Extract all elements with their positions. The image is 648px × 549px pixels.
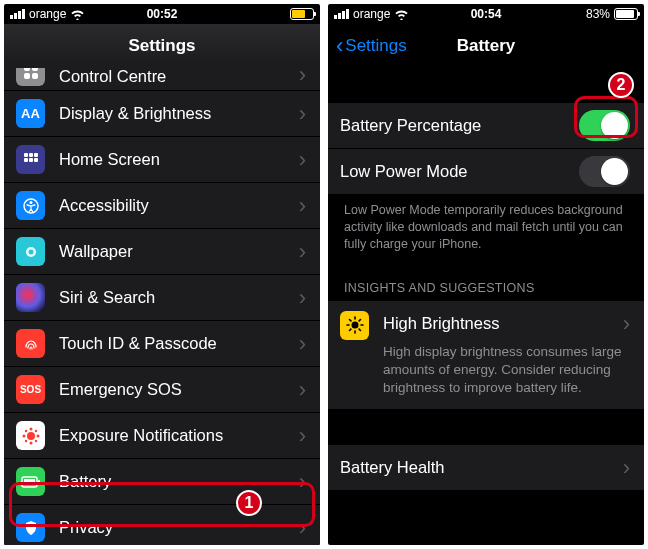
nav-bar: Settings bbox=[4, 24, 320, 68]
insight-title: High Brightness bbox=[383, 314, 499, 333]
carrier-label: orange bbox=[353, 7, 390, 21]
row-exposure-notifications[interactable]: Exposure Notifications › bbox=[4, 413, 320, 459]
page-title: Battery bbox=[457, 36, 516, 56]
wifi-icon bbox=[70, 9, 85, 20]
chevron-right-icon: › bbox=[299, 471, 306, 493]
chevron-right-icon: › bbox=[299, 287, 306, 309]
sos-icon: SOS bbox=[16, 375, 45, 404]
wallpaper-icon bbox=[16, 237, 45, 266]
display-icon: AA bbox=[16, 99, 45, 128]
row-low-power-mode: Low Power Mode bbox=[328, 149, 644, 195]
battery-settings-list: Battery Percentage Low Power Mode Low Po… bbox=[328, 68, 644, 491]
chevron-right-icon: › bbox=[299, 379, 306, 401]
svg-point-20 bbox=[34, 429, 36, 431]
chevron-right-icon: › bbox=[623, 457, 630, 479]
svg-rect-0 bbox=[24, 68, 30, 71]
chevron-right-icon: › bbox=[623, 311, 630, 337]
phone-settings: orange 00:52 Settings Control Centre › A… bbox=[4, 4, 320, 545]
svg-rect-9 bbox=[34, 158, 38, 162]
row-touch-id[interactable]: Touch ID & Passcode › bbox=[4, 321, 320, 367]
back-label: Settings bbox=[345, 36, 406, 56]
chevron-right-icon: › bbox=[299, 103, 306, 125]
row-label: Accessibility bbox=[59, 196, 299, 215]
svg-rect-5 bbox=[29, 153, 33, 157]
row-accessibility[interactable]: Accessibility › bbox=[4, 183, 320, 229]
svg-point-14 bbox=[27, 432, 35, 440]
row-display-brightness[interactable]: AA Display & Brightness › bbox=[4, 91, 320, 137]
svg-rect-25 bbox=[38, 480, 40, 484]
row-battery-percentage: Battery Percentage bbox=[328, 103, 644, 149]
battery-percentage-toggle[interactable] bbox=[579, 110, 630, 141]
row-label: Display & Brightness bbox=[59, 104, 299, 123]
clock: 00:54 bbox=[471, 7, 502, 21]
svg-point-26 bbox=[351, 322, 358, 329]
insight-desc: High display brightness consumes large a… bbox=[383, 343, 630, 398]
home-screen-icon bbox=[16, 145, 45, 174]
row-label: Exposure Notifications bbox=[59, 426, 299, 445]
battery-icon bbox=[614, 8, 638, 20]
chevron-left-icon: ‹ bbox=[336, 35, 343, 57]
status-bar: orange 00:54 83% bbox=[328, 4, 644, 24]
row-label: Low Power Mode bbox=[340, 162, 579, 181]
row-label: Wallpaper bbox=[59, 242, 299, 261]
siri-icon bbox=[16, 283, 45, 312]
signal-icon bbox=[10, 9, 25, 19]
privacy-icon bbox=[16, 513, 45, 542]
row-high-brightness[interactable]: High Brightness › High display brightnes… bbox=[328, 301, 644, 411]
battery-icon bbox=[16, 467, 45, 496]
row-siri-search[interactable]: Siri & Search › bbox=[4, 275, 320, 321]
battery-icon bbox=[290, 8, 314, 20]
row-emergency-sos[interactable]: SOS Emergency SOS › bbox=[4, 367, 320, 413]
carrier-label: orange bbox=[29, 7, 66, 21]
row-label: Control Centre bbox=[59, 68, 299, 86]
svg-point-19 bbox=[24, 429, 26, 431]
chevron-right-icon: › bbox=[299, 333, 306, 355]
chevron-right-icon: › bbox=[299, 241, 306, 263]
svg-point-17 bbox=[22, 434, 25, 437]
low-power-footer: Low Power Mode temporarily reduces backg… bbox=[328, 195, 644, 263]
svg-rect-3 bbox=[32, 73, 38, 79]
page-title: Settings bbox=[128, 36, 195, 56]
accessibility-icon bbox=[16, 191, 45, 220]
chevron-right-icon: › bbox=[299, 68, 306, 86]
low-power-mode-toggle[interactable] bbox=[579, 156, 630, 187]
row-label: Battery bbox=[59, 472, 299, 491]
status-bar: orange 00:52 bbox=[4, 4, 320, 24]
row-home-screen[interactable]: Home Screen › bbox=[4, 137, 320, 183]
svg-point-13 bbox=[28, 249, 33, 254]
svg-rect-4 bbox=[24, 153, 28, 157]
annotation-badge-1: 1 bbox=[236, 490, 262, 516]
svg-rect-8 bbox=[29, 158, 33, 162]
row-wallpaper[interactable]: Wallpaper › bbox=[4, 229, 320, 275]
back-button[interactable]: ‹ Settings bbox=[336, 35, 407, 57]
chevron-right-icon: › bbox=[299, 517, 306, 539]
row-label: Home Screen bbox=[59, 150, 299, 169]
row-label: Battery Health bbox=[340, 458, 623, 477]
chevron-right-icon: › bbox=[299, 195, 306, 217]
battery-pct-label: 83% bbox=[586, 7, 610, 21]
nav-bar: ‹ Settings Battery bbox=[328, 24, 644, 68]
brightness-icon bbox=[340, 311, 369, 340]
svg-point-16 bbox=[29, 441, 32, 444]
svg-rect-6 bbox=[34, 153, 38, 157]
chevron-right-icon: › bbox=[299, 425, 306, 447]
svg-point-21 bbox=[24, 439, 26, 441]
annotation-badge-2: 2 bbox=[608, 72, 634, 98]
row-control-centre[interactable]: Control Centre › bbox=[4, 68, 320, 91]
row-battery-health[interactable]: Battery Health › bbox=[328, 445, 644, 491]
svg-point-22 bbox=[34, 439, 36, 441]
row-privacy[interactable]: Privacy › bbox=[4, 505, 320, 545]
svg-point-11 bbox=[29, 201, 32, 204]
svg-point-18 bbox=[36, 434, 39, 437]
clock: 00:52 bbox=[147, 7, 178, 21]
row-battery[interactable]: Battery › bbox=[4, 459, 320, 505]
row-label: Emergency SOS bbox=[59, 380, 299, 399]
row-label: Siri & Search bbox=[59, 288, 299, 307]
row-label: Privacy bbox=[59, 518, 299, 537]
signal-icon bbox=[334, 9, 349, 19]
row-label: Battery Percentage bbox=[340, 116, 579, 135]
phone-battery: orange 00:54 83% ‹ Settings Battery Batt… bbox=[328, 4, 644, 545]
settings-list[interactable]: Control Centre › AA Display & Brightness… bbox=[4, 68, 320, 545]
row-label: Touch ID & Passcode bbox=[59, 334, 299, 353]
svg-rect-2 bbox=[24, 73, 30, 79]
